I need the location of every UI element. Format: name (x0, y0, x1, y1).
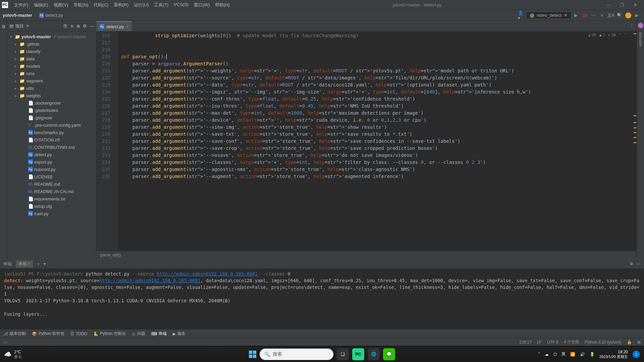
expand-all-icon[interactable]: ≑ (70, 23, 74, 28)
menu-item[interactable]: 视图(V) (51, 2, 71, 8)
user-icon[interactable]: 👤▾ (518, 12, 525, 19)
stop-button[interactable]: ■ (598, 12, 606, 19)
system-tray[interactable]: ˄ ☁ ⬡ 英 📶 🔊 🔋 19:20 2023/1/20 星期五 1 (538, 350, 640, 359)
tree-folder[interactable]: ▸📁models (7, 62, 96, 70)
tree-file[interactable]: 📄setup.cfg (7, 202, 96, 210)
tree-file[interactable]: 📄CITATION.cff (7, 136, 96, 143)
tree-file[interactable]: 📄.gitattributes (7, 107, 96, 114)
tree-file[interactable]: M↓README.md (7, 180, 96, 188)
security-icon[interactable]: ⬡ (553, 352, 557, 357)
wechat-icon[interactable]: 💬 (383, 348, 395, 360)
tree-file[interactable]: Pybenchmarks.py (7, 129, 96, 136)
aixcoder-tool-button[interactable]: aiXcoder (639, 32, 643, 47)
search-icon[interactable]: 🔍 (616, 12, 623, 19)
chevron-up-icon[interactable]: ˄ (538, 352, 540, 357)
debug-button[interactable]: 🐞 (581, 12, 588, 19)
caret-position[interactable]: 219:17 (519, 340, 532, 345)
hide-icon[interactable]: — (90, 23, 94, 28)
minimize-button[interactable]: — (602, 1, 615, 9)
hide-icon[interactable]: — (637, 261, 641, 266)
menu-item[interactable]: 帮助(H) (212, 2, 232, 8)
tree-folder[interactable]: ▸📁.github (7, 40, 96, 48)
onedrive-icon[interactable]: ☁ (545, 352, 549, 357)
chevron-down-icon[interactable]: ▾ (44, 261, 46, 266)
terminal-output[interactable]: (yolov5) PS F:\yolov5-master> python det… (0, 268, 644, 329)
error-stripe[interactable] (633, 32, 637, 251)
tree-file[interactable]: Pyexport.py (7, 158, 96, 166)
tree-file[interactable]: 📄.gitignore (7, 114, 96, 121)
add-terminal-icon[interactable]: ＋ (36, 261, 40, 267)
line-separator[interactable]: LF (537, 340, 542, 345)
bottom-tab[interactable]: 📦Python 软件包 (32, 331, 64, 337)
bottom-tab[interactable]: 🐍Python 控制台 (93, 331, 126, 337)
battery-icon[interactable]: 🔋 (590, 352, 595, 357)
file-encoding[interactable]: UTF-8 (547, 340, 558, 345)
menu-item[interactable]: 运行(U) (131, 2, 151, 8)
editor-crumb-bar[interactable]: parse_opt() (96, 251, 637, 259)
avatar-icon[interactable] (625, 12, 632, 19)
weather-widget[interactable]: ☁️ 1°C多云 (4, 350, 22, 359)
tree-file[interactable]: Pydetect.py (7, 151, 96, 158)
tree-file[interactable]: 📄LICENSE (7, 173, 96, 180)
bottom-tab[interactable]: ⌨终端 (151, 331, 167, 337)
tree-folder[interactable]: ▸📁classify (7, 48, 96, 55)
breadcrumb[interactable]: yolov5-master 〉 Py detect.py (3, 12, 63, 18)
close-icon[interactable]: × (126, 24, 129, 29)
menu-item[interactable]: 导航(N) (71, 2, 91, 8)
menu-item[interactable]: 编辑(E) (31, 2, 51, 8)
menu-item[interactable]: 重构(R) (111, 2, 131, 8)
bottom-tab[interactable]: ⎇版本控制 (3, 331, 26, 337)
tree-folder[interactable]: ▸📁weights (7, 92, 96, 99)
close-icon[interactable]: × (28, 261, 30, 266)
tree-file[interactable]: M↓README.zh-CN.md (7, 188, 96, 195)
lock-icon[interactable]: 🔓 (627, 340, 632, 345)
tab-actions-icon[interactable]: ⋮ (630, 23, 634, 28)
select-opened-icon[interactable]: ⦿ (63, 23, 67, 28)
tree-folder[interactable]: ▸📁runs (7, 70, 96, 77)
collapse-all-icon[interactable]: ≣ (76, 23, 80, 28)
menu-item[interactable]: 工具(T) (151, 2, 171, 8)
chevron-down-icon[interactable]: ˅ (625, 33, 627, 37)
menu-item[interactable]: 代码(C) (91, 2, 111, 8)
interpreter[interactable]: Python 3.10 (yolov5) (585, 340, 622, 345)
inspection-widget[interactable]: ▲20 ▲7 ✔38 ˄ ˅ (588, 33, 627, 37)
bottom-tab[interactable]: ▶服务 (173, 331, 185, 337)
terminal-tab-local[interactable]: 本地 × (16, 260, 33, 267)
settings-icon[interactable]: ⚙ (630, 261, 633, 266)
tree-file[interactable]: 📄requirements.txt (7, 195, 96, 202)
grid-icon[interactable]: ⊞ (637, 340, 641, 345)
editor-tab-detect[interactable]: Py detect.py × (96, 21, 132, 31)
code-content[interactable]: strip_optimizer(weights[0]) # update mod… (118, 32, 637, 251)
chrome-icon[interactable]: 🌐 (368, 348, 380, 360)
notifications-icon[interactable]: 1 (633, 351, 640, 358)
tree-file[interactable]: M↓CONTRIBUTING.md (7, 143, 96, 151)
run-configuration-selector[interactable]: ⬤ video_detect ▼ (526, 11, 572, 19)
tree-root[interactable]: ▾📁 yolov5-master F:\yolov5-master (7, 33, 96, 40)
chevron-up-icon[interactable]: ˄ (619, 33, 621, 37)
volume-icon[interactable]: 🔊 (580, 352, 585, 357)
code-editor[interactable]: 2162172182192202212222232242252262272282… (96, 32, 637, 251)
run-more-button[interactable]: ⋯ (590, 12, 597, 19)
close-button[interactable]: ✕ (629, 1, 642, 9)
code-with-me-icon[interactable]: ▶ (633, 12, 641, 19)
breadcrumb-file[interactable]: detect.py (45, 13, 63, 18)
menu-item[interactable]: VCS(S) (171, 2, 191, 8)
aixcoder-avatar[interactable] (638, 23, 643, 28)
tree-file[interactable]: Pyhubconf.py (7, 166, 96, 173)
maximize-button[interactable]: ❐ (615, 1, 629, 9)
pycharm-taskbar-icon[interactable]: PC (352, 348, 364, 360)
bottom-tab[interactable]: ⚠问题 (132, 331, 145, 337)
taskview-icon[interactable]: ❏ (337, 348, 349, 360)
tree-file[interactable]: 📄.dockerignore (7, 99, 96, 107)
start-button[interactable] (249, 351, 256, 358)
menu-item[interactable]: 窗口(W) (191, 2, 212, 8)
tree-file[interactable]: Pytrain.py (7, 210, 96, 217)
menu-item[interactable]: 文件(F) (11, 2, 31, 8)
settings-icon[interactable]: ⚙ (83, 23, 87, 28)
project-tree[interactable]: ▾📁 yolov5-master F:\yolov5-master ▸📁.git… (7, 32, 96, 259)
tree-folder[interactable]: ▸📁data (7, 55, 96, 62)
tree-folder[interactable]: ▸📁utils (7, 84, 96, 92)
tree-folder[interactable]: ▸📁segment (7, 77, 96, 84)
translate-icon[interactable]: 文A (607, 12, 614, 19)
wifi-icon[interactable]: 📶 (570, 352, 575, 357)
